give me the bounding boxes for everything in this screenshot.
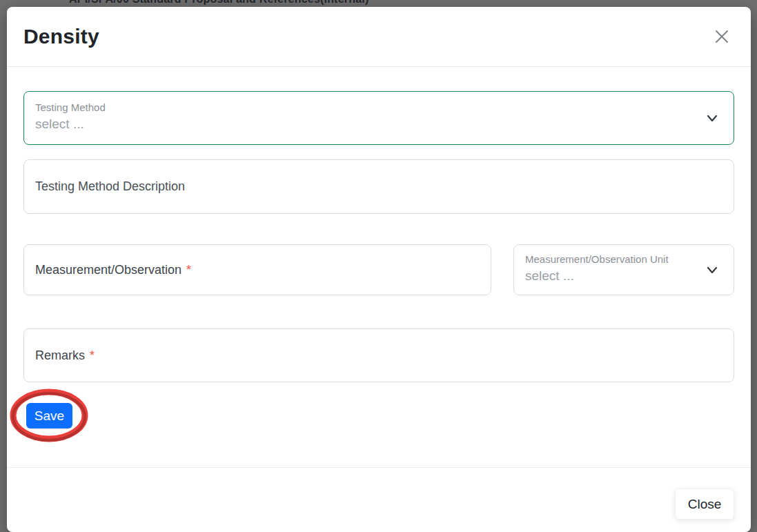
required-asterisk: * bbox=[90, 348, 95, 363]
measurement-row: Measurement/Observation * Measurement/Ob… bbox=[23, 244, 734, 295]
measurement-observation-unit-label: Measurement/Observation Unit bbox=[525, 253, 695, 266]
testing-method-description-input[interactable]: Testing Method Description bbox=[23, 159, 734, 214]
modal-body: Testing Method select ... Testing Method… bbox=[7, 67, 751, 428]
chevron-down-icon bbox=[705, 110, 720, 126]
density-modal: Density Testing Method select ... Testin… bbox=[7, 7, 751, 532]
modal-title: Density bbox=[23, 25, 99, 48]
modal-footer: Close bbox=[7, 467, 751, 532]
close-button[interactable]: Close bbox=[675, 489, 734, 520]
testing-method-placeholder: select ... bbox=[35, 117, 695, 132]
testing-method-description-label: Testing Method Description bbox=[35, 179, 185, 194]
remarks-label: Remarks bbox=[35, 348, 85, 363]
save-button[interactable]: Save bbox=[26, 403, 72, 428]
measurement-observation-input[interactable]: Measurement/Observation * bbox=[23, 244, 491, 295]
save-button-area: Save bbox=[26, 403, 72, 428]
measurement-observation-label: Measurement/Observation bbox=[35, 263, 181, 277]
close-icon[interactable] bbox=[714, 28, 730, 45]
remarks-input[interactable]: Remarks * bbox=[23, 328, 734, 382]
background-page-title: API/SPA/00 Standard Proposal and Referen… bbox=[69, 0, 368, 6]
close-x-icon bbox=[714, 28, 730, 45]
testing-method-label: Testing Method bbox=[35, 101, 695, 115]
required-asterisk: * bbox=[186, 263, 191, 277]
measurement-observation-unit-select[interactable]: Measurement/Observation Unit select ... bbox=[513, 244, 734, 295]
modal-header: Density bbox=[7, 7, 751, 67]
measurement-observation-unit-placeholder: select ... bbox=[525, 268, 695, 284]
testing-method-select[interactable]: Testing Method select ... bbox=[23, 91, 734, 145]
chevron-down-icon bbox=[705, 262, 720, 277]
